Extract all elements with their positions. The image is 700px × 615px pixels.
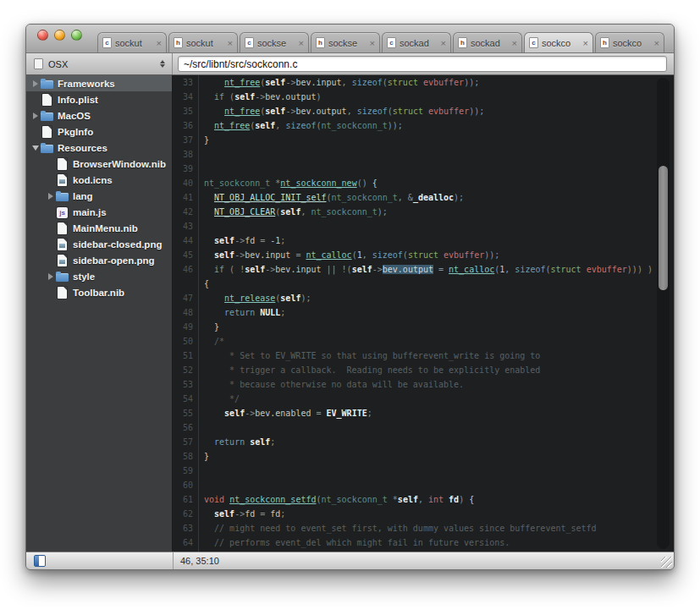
code-line-text: // might need to event_set first, with d… — [198, 524, 597, 533]
code-line[interactable]: 34 if (self->bev.output) — [173, 90, 674, 104]
code-line[interactable]: 46 if ( !self->bev.input || !(self->bev.… — [173, 262, 674, 277]
file-tree-item[interactable]: sidebar-open.png — [26, 252, 172, 268]
code-line[interactable]: 37} — [173, 133, 674, 147]
code-line[interactable]: 59 — [173, 464, 674, 478]
scrollbar-thumb[interactable] — [659, 166, 668, 290]
code-line[interactable]: 42 NT_OBJ_CLEAR(self, nt_sockconn_t); — [173, 205, 674, 219]
tab[interactable]: csockad× — [382, 32, 451, 52]
code-line[interactable]: 44 self->fd = -1; — [173, 233, 674, 248]
file-tree-item[interactable]: lang — [26, 188, 172, 204]
sidebar-toggle-icon[interactable] — [34, 555, 46, 567]
tab[interactable]: hsockco× — [595, 32, 664, 52]
syntax-mode-popup[interactable]: OSX — [26, 53, 173, 74]
file-tree-item[interactable]: sidebar-closed.png — [26, 236, 172, 252]
file-name: style — [73, 272, 95, 282]
folder-icon — [41, 78, 54, 90]
tab[interactable]: csockco× — [524, 32, 593, 52]
disclosure-triangle-icon[interactable] — [45, 193, 56, 200]
code-line[interactable]: 48 return NULL; — [173, 305, 674, 320]
disclosure-triangle-icon[interactable] — [45, 273, 56, 280]
code-line[interactable]: 54 */ — [173, 392, 674, 406]
file-tree-item[interactable]: Resources — [26, 140, 172, 156]
minimize-button[interactable] — [54, 30, 65, 41]
code-line[interactable]: 49 } — [173, 320, 674, 334]
c-source-file-icon: c — [102, 37, 112, 48]
close-button[interactable] — [37, 30, 48, 41]
tab-label: sockse — [257, 38, 295, 48]
header-file-icon: h — [174, 37, 183, 48]
line-number: 53 — [173, 380, 198, 389]
file-tree-item[interactable]: Frameworks — [26, 75, 172, 91]
code-line-text: // performs event_del which might fail i… — [198, 538, 510, 547]
line-number: 60 — [173, 480, 198, 490]
code-line[interactable]: 57 return self; — [173, 435, 674, 449]
scrollbar-track[interactable] — [657, 78, 670, 549]
disclosure-triangle-icon[interactable] — [30, 80, 41, 87]
code-line[interactable]: 39 — [173, 162, 674, 176]
line-number: 49 — [173, 322, 198, 332]
code-line[interactable]: 38 — [173, 147, 674, 162]
code-line[interactable]: 55 self->bev.enabled = EV_WRITE; — [173, 406, 674, 420]
tab[interactable]: hsockse× — [311, 32, 380, 52]
disclosure-triangle-icon[interactable] — [30, 146, 41, 151]
file-tree-item[interactable]: BrowserWindow.nib — [26, 156, 172, 172]
code-line[interactable]: 60 — [173, 478, 674, 492]
file-tree-item[interactable]: MacOS — [26, 107, 172, 124]
file-tree-item[interactable]: PkgInfo — [26, 124, 172, 140]
code-line-text: if ( !self->bev.input || !(self->bev.out… — [198, 265, 653, 274]
code-line-text: nt_free(self->bev.input, sizeof(struct e… — [198, 78, 479, 87]
code-line[interactable]: 63 // might need to event_set first, wit… — [173, 521, 674, 535]
close-tab-icon[interactable]: × — [512, 39, 517, 47]
tab[interactable]: hsockad× — [453, 32, 522, 52]
disclosure-triangle-icon[interactable] — [30, 113, 41, 119]
code-line[interactable]: 51 * Set to EV_WRITE so that using buffe… — [173, 349, 674, 363]
line-number: 36 — [173, 121, 198, 130]
code-line[interactable]: 35 nt_free(self->bev.output, sizeof(stru… — [173, 104, 674, 118]
close-tab-icon[interactable]: × — [228, 39, 233, 47]
resize-grip[interactable] — [661, 557, 672, 568]
code-line[interactable]: { — [173, 277, 674, 291]
file-tree-item[interactable]: style — [26, 268, 172, 284]
close-tab-icon[interactable]: × — [299, 39, 304, 47]
code-editor[interactable]: 33 nt_free(self->bev.input, sizeof(struc… — [173, 75, 674, 552]
code-line[interactable]: 61void nt_sockconn_setfd(nt_sockconn_t *… — [173, 492, 674, 507]
code-line-text: * trigger a callback. Reading needs to b… — [198, 365, 540, 375]
code-line[interactable]: 50 /* — [173, 334, 674, 349]
tab[interactable]: csockut× — [97, 32, 167, 52]
code-line[interactable]: 56 — [173, 420, 674, 435]
file-tree-item[interactable]: Info.plist — [26, 91, 172, 107]
code-line[interactable]: 43 — [173, 219, 674, 233]
code-line-text: self->bev.input = nt_calloc(1, sizeof(st… — [198, 250, 499, 260]
close-tab-icon[interactable]: × — [583, 39, 588, 47]
code-line[interactable]: 36 nt_free(self, sizeof(nt_sockconn_t)); — [173, 118, 674, 133]
status-bar: 46, 35:10 — [26, 552, 674, 569]
code-line[interactable]: 62 self->fd = fd; — [173, 507, 674, 521]
code-line-text: nt_release(self); — [198, 294, 311, 303]
code-line[interactable]: 33 nt_free(self->bev.input, sizeof(struc… — [173, 75, 674, 90]
file-name: Resources — [58, 143, 107, 153]
close-tab-icon[interactable]: × — [654, 39, 659, 47]
close-tab-icon[interactable]: × — [157, 39, 162, 47]
file-path-input[interactable] — [178, 56, 667, 72]
file-tree-item[interactable]: MainMenu.nib — [26, 220, 172, 236]
code-line[interactable]: 41 NT_OBJ_ALLOC_INIT_self(nt_sockconn_t,… — [173, 190, 674, 205]
file-tree-item[interactable]: jsmain.js — [26, 204, 172, 220]
code-line-text: nt_free(self->bev.output, sizeof(struct … — [198, 107, 484, 116]
close-tab-icon[interactable]: × — [370, 39, 375, 47]
code-line[interactable]: 64 // performs event_del which might fai… — [173, 535, 674, 550]
close-tab-icon[interactable]: × — [441, 39, 446, 47]
code-line[interactable]: 58} — [173, 449, 674, 464]
tab[interactable]: hsockut× — [168, 32, 238, 52]
code-line[interactable]: 45 self->bev.input = nt_calloc(1, sizeof… — [173, 248, 674, 262]
zoom-button[interactable] — [71, 30, 82, 41]
titlebar[interactable]: csockut×hsockut×csockse×hsockse×csockad×… — [26, 25, 674, 53]
code-line[interactable]: 40nt_sockconn_t *nt_sockconn_new() { — [173, 176, 674, 190]
file-name: kod.icns — [73, 175, 113, 185]
file-tree-item[interactable]: Toolbar.nib — [26, 284, 172, 300]
code-line[interactable]: 53 * because otherwise no data will be a… — [173, 377, 674, 392]
code-line[interactable]: 47 nt_release(self); — [173, 291, 674, 305]
line-number: 41 — [173, 193, 198, 202]
file-tree-item[interactable]: kod.icns — [26, 172, 172, 188]
code-line[interactable]: 52 * trigger a callback. Reading needs t… — [173, 363, 674, 377]
tab[interactable]: csockse× — [240, 32, 309, 52]
